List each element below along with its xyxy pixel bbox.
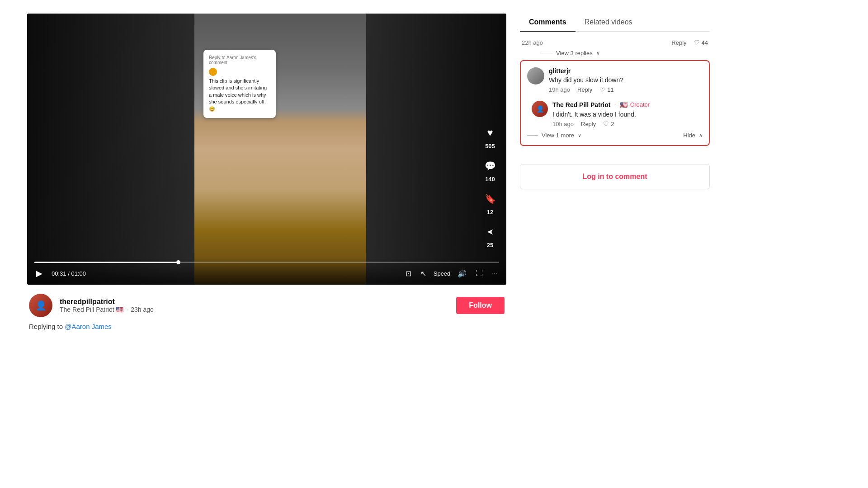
creator-badge: Creator: [630, 101, 650, 108]
chevron-down-icon: ∨: [596, 50, 600, 56]
view-replies-container: View 3 replies ∨: [520, 50, 710, 56]
creator-body: The Red Pill Patriot · 🇺🇸 Creator I didn…: [552, 101, 703, 128]
share-button[interactable]: ➤: [481, 223, 499, 241]
glitterjr-meta: 19h ago Reply ♡ 11: [549, 86, 703, 94]
author-time: 23h ago: [131, 306, 154, 313]
glitterjr-heart-icon: ♡: [599, 86, 605, 94]
creator-time: 10h ago: [552, 121, 574, 127]
top-comment-like-count: 44: [702, 39, 708, 46]
comments-list: 22h ago Reply ♡ 44 View 3 replies ∨: [520, 39, 710, 189]
comment-count: 140: [485, 176, 495, 183]
view-replies-line: [542, 53, 552, 53]
progress-fill: [34, 262, 179, 263]
volume-button[interactable]: 🔊: [456, 268, 468, 279]
glitterjr-comment: glitterjr Why did you slow it down? 19h …: [527, 67, 703, 94]
glitterjr-like: ♡ 11: [599, 86, 613, 94]
creator-dot: ·: [614, 101, 616, 109]
top-comment-actions: Reply ♡ 44: [671, 39, 708, 46]
controls-row: ▶ 00:31 / 01:00 ⊡ ↖ Speed 🔊 ⛶ ··: [34, 267, 499, 279]
creator-avatar: 👤: [532, 101, 548, 117]
video-controls: ▶ 00:31 / 01:00 ⊡ ↖ Speed 🔊 ⛶ ··: [27, 258, 506, 285]
like-button[interactable]: ♥: [481, 124, 499, 142]
top-comment-reply-button[interactable]: Reply: [671, 39, 686, 46]
hide-button[interactable]: Hide: [683, 132, 695, 139]
login-comment-box[interactable]: Log in to comment: [520, 164, 710, 189]
share-group: ➤ 25: [481, 223, 499, 249]
glitterjr-time: 19h ago: [549, 86, 570, 93]
video-player[interactable]: Reply to Aaron James's comment This clip…: [27, 14, 506, 285]
play-button[interactable]: ▶: [34, 267, 44, 279]
creator-reply-button[interactable]: Reply: [581, 121, 596, 127]
view-more-text[interactable]: View 1 more: [542, 132, 574, 139]
comment-group: 💬 140: [481, 157, 499, 183]
creator-meta: 10h ago Reply ♡ 2: [552, 120, 703, 127]
comments-section: Comments Related videos 22h ago Reply ♡ …: [520, 14, 710, 189]
comment-button[interactable]: 💬: [481, 157, 499, 175]
time-display: 00:31 / 01:00: [52, 270, 86, 277]
creator-reply: 👤 The Red Pill Patriot · 🇺🇸 Creator I di…: [527, 101, 703, 128]
progress-bar[interactable]: [34, 262, 499, 263]
speed-button[interactable]: Speed: [434, 270, 451, 277]
top-comment-like: ♡ 44: [694, 39, 708, 46]
reply-card-header: Reply to Aaron James's comment: [209, 55, 270, 65]
glitterjr-avatar: [527, 67, 544, 84]
author-section: 👤 theredpillpatriot The Red Pill Patriot…: [27, 294, 506, 317]
right-controls: ⊡ ↖ Speed 🔊 ⛶ ···: [404, 268, 499, 279]
bookmark-button[interactable]: 🔖: [481, 190, 499, 208]
glitterjr-text: Why did you slow it down?: [549, 76, 703, 85]
author-username: theredpillpatriot: [60, 298, 449, 306]
dot-separator: ·: [126, 306, 130, 313]
creator-like-count: 2: [611, 121, 614, 127]
glitterjr-reply-button[interactable]: Reply: [577, 86, 592, 93]
content-row: Reply to Aaron James's comment This clip…: [27, 14, 841, 330]
top-comment-meta: 22h ago Reply ♡ 44: [520, 39, 710, 46]
tab-related[interactable]: Related videos: [576, 14, 642, 32]
author-display-name: The Red Pill Patriot 🇺🇸: [60, 306, 124, 313]
like-group: ♥ 505: [481, 124, 499, 150]
view-more-chevron-icon: ∨: [578, 132, 581, 138]
video-section: Reply to Aaron James's comment This clip…: [27, 14, 506, 330]
like-count: 505: [485, 143, 495, 150]
reply-card-overlay: Reply to Aaron James's comment This clip…: [203, 50, 276, 118]
video-background: Reply to Aaron James's comment This clip…: [27, 14, 506, 285]
view-replies-text: View 3 replies: [556, 50, 593, 56]
more-button[interactable]: ···: [490, 269, 499, 278]
tabs-header: Comments Related videos: [520, 14, 710, 32]
tab-comments[interactable]: Comments: [520, 14, 576, 32]
view-more-hide-row: View 1 more ∨ Hide ∧: [527, 132, 703, 139]
author-display: The Red Pill Patriot 🇺🇸 · 23h ago: [60, 306, 449, 313]
glitterjr-body: glitterjr Why did you slow it down? 19h …: [549, 67, 703, 94]
heart-icon: ♡: [694, 39, 700, 46]
view-replies-row[interactable]: View 3 replies ∨: [542, 50, 710, 56]
main-container: Reply to Aaron James's comment This clip…: [0, 0, 868, 344]
left-blur: [27, 14, 194, 285]
reply-card-avatar: [209, 68, 217, 76]
creator-like: ♡ 2: [603, 120, 614, 127]
author-avatar: 👤: [29, 294, 52, 317]
view-more-line: [527, 135, 538, 136]
creator-heart-icon: ♡: [603, 120, 609, 127]
top-comment-time: 22h ago: [522, 39, 543, 46]
cursor-button[interactable]: ↖: [419, 268, 428, 279]
replying-to: Replying to @Aaron James: [27, 323, 506, 330]
total-time: 01:00: [71, 270, 86, 277]
caption-button[interactable]: ⊡: [404, 268, 413, 279]
bookmark-count: 12: [487, 209, 493, 216]
fullscreen-button[interactable]: ⛶: [474, 268, 485, 278]
glitterjr-username: glitterjr: [549, 67, 703, 75]
creator-username: The Red Pill Patriot: [552, 101, 610, 108]
creator-flag: 🇺🇸: [620, 101, 627, 108]
bookmark-group: 🔖 12: [481, 190, 499, 216]
hide-chevron-icon: ∧: [699, 132, 703, 138]
reply-card-text: This clip is significantly slowed and sh…: [209, 78, 270, 113]
glitterjr-like-count: 11: [607, 86, 613, 93]
highlighted-comment-box: glitterjr Why did you slow it down? 19h …: [520, 60, 710, 146]
share-count: 25: [487, 242, 493, 249]
creator-avatar-icon: 👤: [536, 105, 544, 113]
avatar-icon: 👤: [35, 300, 47, 311]
side-actions: ♥ 505 💬 140 🔖 12 ➤ 25: [481, 124, 499, 249]
follow-button[interactable]: Follow: [456, 297, 505, 314]
creator-header: The Red Pill Patriot · 🇺🇸 Creator: [552, 101, 703, 109]
replying-to-label: Replying to: [29, 323, 63, 330]
replying-to-user[interactable]: @Aaron James: [65, 323, 112, 330]
